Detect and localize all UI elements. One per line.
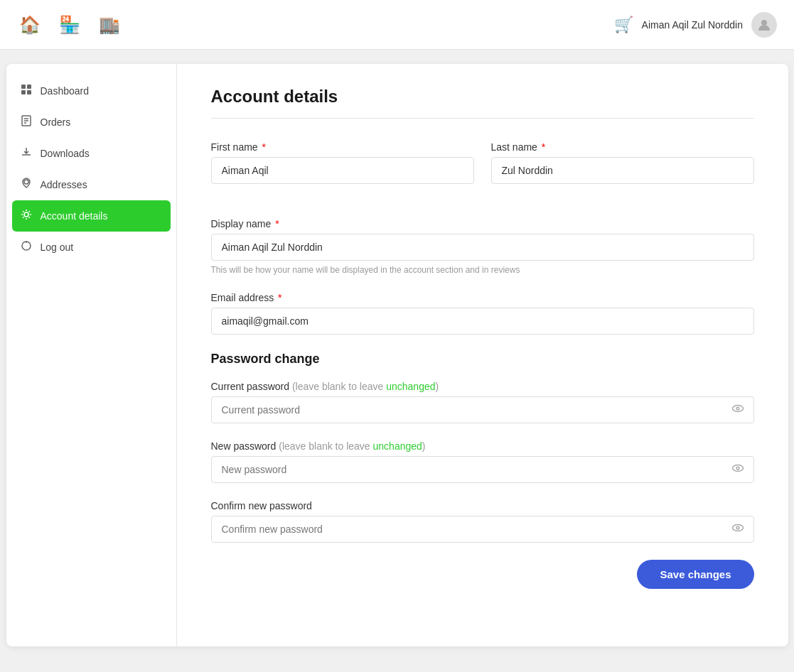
password-section-title: Password change xyxy=(211,352,754,367)
new-password-close: ) xyxy=(422,440,426,452)
svg-point-0 xyxy=(761,20,767,26)
sidebar-item-addresses-label: Addresses xyxy=(41,179,87,190)
shop-nav-icon[interactable]: 🏬 xyxy=(97,12,122,38)
sidebar-item-downloads[interactable]: Downloads xyxy=(6,138,176,169)
navbar: 🏠 🏪 🏬 🛒 Aiman Aqil Zul Norddin xyxy=(0,0,794,50)
svg-point-18 xyxy=(736,526,739,529)
divider xyxy=(211,118,754,119)
logout-icon xyxy=(21,240,32,254)
confirm-password-label: Confirm new password xyxy=(211,500,312,511)
confirm-password-eye-icon[interactable] xyxy=(731,521,744,537)
new-password-unchanged: unchanged xyxy=(373,440,422,452)
svg-point-14 xyxy=(736,407,739,410)
first-name-required: * xyxy=(262,141,266,153)
svg-rect-3 xyxy=(21,90,26,94)
sidebar-item-logout-label: Log out xyxy=(41,242,74,253)
current-password-unchanged: unchanged xyxy=(386,381,435,392)
svg-point-15 xyxy=(732,465,743,472)
sidebar-item-dashboard[interactable]: Dashboard xyxy=(6,75,176,107)
sidebar-item-account-details-label: Account details xyxy=(41,210,108,222)
downloads-icon xyxy=(21,146,32,161)
email-input[interactable] xyxy=(211,308,754,335)
name-row: First name * Last name * xyxy=(211,141,754,201)
new-password-leave-blank: (leave blank to leave xyxy=(279,440,372,452)
user-name: Aiman Aqil Zul Norddin xyxy=(642,19,743,31)
first-name-input[interactable] xyxy=(211,157,474,184)
svg-point-13 xyxy=(732,406,743,412)
svg-point-16 xyxy=(736,467,739,470)
display-name-input[interactable] xyxy=(211,234,754,261)
sidebar: Dashboard Orders Downloads Addresses Acc… xyxy=(6,64,177,646)
new-password-label: New password xyxy=(211,440,277,452)
svg-point-17 xyxy=(732,525,743,531)
page-title: Account details xyxy=(211,87,754,107)
last-name-required: * xyxy=(542,141,545,153)
current-password-group: Current password (leave blank to leave u… xyxy=(211,381,754,423)
house-nav-icon[interactable]: 🏠 xyxy=(17,12,43,38)
cart-icon[interactable]: 🛒 xyxy=(614,16,633,34)
svg-rect-2 xyxy=(27,85,31,89)
confirm-password-input[interactable] xyxy=(211,516,754,543)
sidebar-item-addresses[interactable]: Addresses xyxy=(6,169,176,200)
email-required: * xyxy=(278,292,281,303)
sidebar-item-logout[interactable]: Log out xyxy=(6,232,176,263)
svg-point-10 xyxy=(24,212,28,217)
current-password-label-row: Current password (leave blank to leave u… xyxy=(211,381,754,392)
last-name-input[interactable] xyxy=(491,157,754,184)
current-password-wrapper xyxy=(211,396,754,423)
display-name-hint: This will be how your name will be displ… xyxy=(211,265,754,275)
new-password-wrapper xyxy=(211,456,754,483)
last-name-label: Last name * xyxy=(491,141,754,153)
avatar xyxy=(751,12,777,38)
email-label: Email address * xyxy=(211,292,754,303)
sidebar-item-orders-label: Orders xyxy=(41,116,71,128)
first-name-label: First name * xyxy=(211,141,474,153)
sidebar-item-downloads-label: Downloads xyxy=(41,148,90,159)
password-section: Password change Current password (leave … xyxy=(211,352,754,543)
display-name-required: * xyxy=(275,218,279,229)
new-password-group: New password (leave blank to leave uncha… xyxy=(211,440,754,483)
current-password-input[interactable] xyxy=(211,396,754,423)
dashboard-icon xyxy=(21,84,32,98)
current-password-label: Current password xyxy=(211,381,290,392)
content-area: Account details First name * Last name * xyxy=(177,64,788,646)
first-name-group: First name * xyxy=(211,141,474,184)
navbar-left: 🏠 🏪 🏬 xyxy=(17,12,122,38)
current-password-leave-blank: (leave blank to leave xyxy=(292,381,386,392)
save-button[interactable]: Save changes xyxy=(637,560,753,589)
svg-rect-1 xyxy=(21,85,26,89)
account-details-icon xyxy=(21,209,32,223)
display-name-label: Display name * xyxy=(211,218,754,229)
current-password-eye-icon[interactable] xyxy=(731,402,744,418)
navbar-right: 🛒 Aiman Aqil Zul Norddin xyxy=(614,12,777,38)
confirm-password-wrapper xyxy=(211,516,754,543)
svg-point-9 xyxy=(24,180,28,184)
svg-rect-4 xyxy=(27,90,31,94)
display-name-group: Display name * This will be how your nam… xyxy=(211,218,754,275)
main-container: Dashboard Orders Downloads Addresses Acc… xyxy=(6,64,788,646)
orders-icon xyxy=(21,115,32,129)
new-password-input[interactable] xyxy=(211,456,754,483)
addresses-icon xyxy=(21,178,32,192)
sidebar-item-orders[interactable]: Orders xyxy=(6,107,176,138)
new-password-label-row: New password (leave blank to leave uncha… xyxy=(211,440,754,452)
last-name-group: Last name * xyxy=(491,141,754,184)
store-nav-icon[interactable]: 🏪 xyxy=(57,12,82,38)
confirm-password-group: Confirm new password xyxy=(211,500,754,543)
current-password-close: ) xyxy=(436,381,439,392)
confirm-password-label-row: Confirm new password xyxy=(211,500,754,511)
sidebar-item-dashboard-label: Dashboard xyxy=(41,85,90,97)
sidebar-item-account-details[interactable]: Account details xyxy=(12,200,171,232)
new-password-eye-icon[interactable] xyxy=(731,462,744,477)
email-group: Email address * xyxy=(211,292,754,335)
